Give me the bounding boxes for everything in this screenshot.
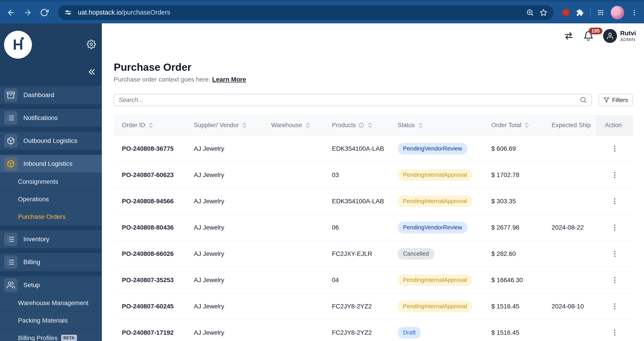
sort-icon[interactable]	[304, 122, 311, 129]
sidebar-item-icon	[4, 111, 18, 125]
table-row: PO-240807-17192 AJ Jewelry FC2JY8-2YZ2 D…	[114, 320, 633, 341]
sort-icon[interactable]	[417, 122, 424, 129]
learn-more-link[interactable]: Learn More	[212, 76, 246, 83]
app-topbar: 195 Rutvi ADMIN	[102, 23, 644, 48]
forward-icon[interactable]	[22, 7, 33, 18]
sidebar-item-icon	[4, 157, 18, 170]
collapse-sidebar-icon[interactable]	[87, 67, 96, 77]
column-header-order-total[interactable]: Order Total	[483, 115, 544, 135]
browser-profile-avatar[interactable]	[611, 6, 624, 19]
sidebar-item[interactable]: Setup	[0, 276, 102, 294]
order-total-cell: $ 282.60	[483, 250, 544, 257]
column-label: Order Total	[491, 122, 521, 129]
row-actions-kebab-icon[interactable]	[596, 276, 633, 284]
column-header-products[interactable]: Products	[324, 115, 390, 135]
transfer-arrows-icon[interactable]	[564, 31, 574, 41]
user-name: Rutvi	[620, 30, 636, 37]
info-icon[interactable]	[358, 122, 364, 128]
sidebar-item[interactable]: Packing Materials	[0, 312, 102, 329]
products-cell: FC2JY8-2YZ2	[324, 329, 390, 336]
status-cell: PendingInternalApproval	[390, 274, 483, 286]
sidebar-item[interactable]: Purchase Orders	[0, 208, 102, 225]
toolbar-divider	[590, 8, 590, 17]
order-id-link[interactable]: PO-240808-80436	[114, 224, 186, 231]
notifications-bell-icon[interactable]: 195	[583, 31, 594, 41]
supplier-cell: AJ Jewelry	[186, 329, 263, 336]
order-id-link[interactable]: PO-240808-36775	[114, 145, 186, 152]
status-badge: PendingInternalApproval	[398, 274, 472, 286]
row-actions-kebab-icon[interactable]	[596, 197, 633, 205]
sidebar-item-label: Setup	[24, 282, 40, 289]
sidebar-item[interactable]: Outbound Logistics	[0, 132, 102, 150]
sidebar-item-icon	[4, 134, 18, 148]
status-badge: Cancelled	[398, 248, 434, 260]
supplier-cell: AJ Jewelry	[186, 250, 263, 257]
browser-menu-icon[interactable]	[630, 9, 638, 16]
url-path: /purchaseOrders	[122, 9, 170, 16]
beta-badge: BETA	[61, 335, 77, 341]
url-bar[interactable]: uat.hopstack.io/purchaseOrders	[58, 5, 554, 20]
sidebar-item-label: Packing Materials	[18, 317, 68, 324]
order-id-link[interactable]: PO-240807-60623	[114, 171, 186, 179]
sidebar-item[interactable]: Operations	[0, 190, 102, 208]
column-header-order-id[interactable]: Order ID	[114, 115, 186, 135]
sidebar-item[interactable]: Billing	[0, 253, 102, 271]
row-actions-kebab-icon[interactable]	[596, 145, 633, 153]
sidebar-item[interactable]: Dashboard	[0, 86, 102, 104]
status-badge: PendingInternalApproval	[398, 169, 472, 181]
user-menu[interactable]: Rutvi ADMIN	[603, 29, 636, 43]
funnel-icon	[604, 97, 609, 103]
sort-icon[interactable]	[366, 122, 373, 129]
sidebar-item-label: Inventory	[24, 236, 49, 243]
row-actions-kebab-icon[interactable]	[596, 329, 633, 337]
row-actions-kebab-icon[interactable]	[596, 224, 633, 232]
table-row: PO-240808-94566 AJ Jewelry EDK354100A-LA…	[114, 188, 633, 215]
sidebar-item[interactable]: Consignments	[0, 173, 102, 190]
column-header-action: Action	[596, 115, 633, 135]
reload-icon[interactable]	[39, 7, 50, 18]
row-actions-kebab-icon[interactable]	[596, 302, 633, 311]
row-actions-kebab-icon[interactable]	[596, 171, 633, 179]
extensions-puzzle-icon[interactable]	[576, 9, 584, 16]
site-info-icon[interactable]	[64, 9, 72, 16]
supplier-cell: AJ Jewelry	[186, 198, 263, 205]
sidebar-item[interactable]: Warehouse Management	[0, 294, 102, 312]
supplier-cell: AJ Jewelry	[186, 145, 263, 152]
column-header-supplier[interactable]: Supplier/ Vendor	[186, 115, 263, 135]
back-icon[interactable]	[6, 7, 16, 18]
row-actions-kebab-icon[interactable]	[596, 250, 633, 258]
red-extension-icon[interactable]	[562, 9, 570, 16]
column-header-status[interactable]: Status	[390, 115, 483, 135]
column-header-warehouse[interactable]: Warehouse	[263, 115, 324, 135]
filters-button[interactable]: Filters	[598, 94, 633, 106]
sort-icon[interactable]	[524, 122, 530, 129]
order-id-link[interactable]: PO-240808-94566	[114, 198, 186, 205]
table-row: PO-240808-36775 AJ Jewelry EDK354100A-LA…	[114, 136, 633, 162]
sidebar-item[interactable]: Inventory	[0, 230, 102, 248]
order-id-link[interactable]: PO-240807-17192	[114, 329, 186, 336]
status-cell: PendingVendorReview	[390, 143, 483, 154]
products-cell: 04	[324, 277, 390, 284]
sidebar-item-label: Warehouse Management	[18, 300, 88, 307]
column-label: Order ID	[122, 122, 145, 129]
sidebar-item[interactable]: Inbound Logistics	[0, 155, 102, 173]
status-badge: Draft	[398, 327, 421, 338]
expected-ship-cell: 2024-08-10	[544, 303, 596, 310]
zoom-icon[interactable]	[526, 9, 534, 16]
search-input[interactable]	[119, 97, 580, 104]
order-id-link[interactable]: PO-240807-60245	[114, 303, 186, 310]
reading-list-icon[interactable]	[597, 9, 604, 16]
page-subtitle: Purchase order context goes here.Learn M…	[114, 76, 644, 83]
supplier-cell: AJ Jewelry	[186, 224, 263, 231]
bookmark-star-icon[interactable]	[540, 9, 547, 16]
sidebar-item[interactable]: Notifications	[0, 109, 102, 127]
sidebar-item[interactable]: Billing Profiles BETA	[0, 329, 102, 341]
status-cell: PendingInternalApproval	[390, 195, 483, 207]
products-cell: FC2JY8-2YZ2	[324, 303, 390, 310]
sidebar-item-label: Purchase Orders	[18, 213, 66, 220]
settings-gear-icon[interactable]	[86, 39, 96, 50]
sort-icon[interactable]	[148, 122, 154, 129]
sort-icon[interactable]	[241, 122, 248, 129]
order-id-link[interactable]: PO-240808-66026	[114, 250, 186, 257]
order-id-link[interactable]: PO-240807-35253	[114, 277, 186, 284]
